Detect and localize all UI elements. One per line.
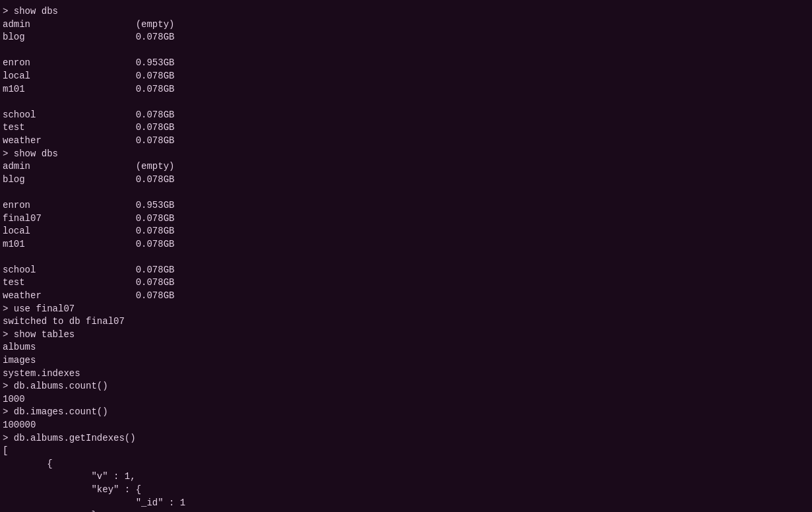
terminal-line: blog 0.078GB xyxy=(3,31,809,44)
terminal-line: images xyxy=(3,354,809,368)
terminal-line: > use final07 xyxy=(3,303,809,316)
terminal-line: school 0.078GB xyxy=(3,109,809,122)
terminal-line: m101 0.078GB xyxy=(3,83,809,96)
terminal-line: 100000 xyxy=(3,419,809,432)
terminal-line: weather 0.078GB xyxy=(3,290,809,303)
terminal-line: [ xyxy=(3,445,809,458)
terminal-line: system.indexes xyxy=(3,368,809,381)
terminal-line xyxy=(3,44,809,57)
terminal-line: final07 0.078GB xyxy=(3,212,809,226)
terminal-line: "v" : 1, xyxy=(3,470,809,484)
terminal-line: { xyxy=(3,458,809,471)
terminal-line: admin (empty) xyxy=(3,18,809,32)
terminal-line: > show dbs xyxy=(3,5,809,18)
terminal-line: 1000 xyxy=(3,393,809,406)
terminal-line: enron 0.953GB xyxy=(3,199,809,212)
terminal-line: test 0.078GB xyxy=(3,276,809,290)
terminal-line: test 0.078GB xyxy=(3,121,809,135)
terminal-line: enron 0.953GB xyxy=(3,57,809,70)
terminal-line: > show tables xyxy=(3,329,809,342)
terminal-line: admin (empty) xyxy=(3,160,809,174)
terminal-line: > db.albums.getIndexes() xyxy=(3,432,809,445)
terminal-line: > show dbs xyxy=(3,148,809,161)
terminal-line: > db.albums.count() xyxy=(3,380,809,393)
terminal-line: }, xyxy=(3,509,809,512)
terminal-line: m101 0.078GB xyxy=(3,238,809,251)
terminal-line: "_id" : 1 xyxy=(3,497,809,510)
terminal-line: "key" : { xyxy=(3,484,809,497)
terminal-line: weather 0.078GB xyxy=(3,135,809,148)
terminal-line: local 0.078GB xyxy=(3,70,809,83)
terminal-window: > show dbsadmin (empty)blog 0.078GB enro… xyxy=(0,0,812,512)
terminal-line xyxy=(3,96,809,109)
terminal-line: school 0.078GB xyxy=(3,264,809,277)
terminal-line: blog 0.078GB xyxy=(3,174,809,187)
terminal-line: local 0.078GB xyxy=(3,225,809,238)
terminal-line: > db.images.count() xyxy=(3,406,809,419)
terminal-line: switched to db final07 xyxy=(3,315,809,329)
terminal-line xyxy=(3,186,809,199)
terminal-line xyxy=(3,251,809,264)
terminal-line: albums xyxy=(3,341,809,354)
